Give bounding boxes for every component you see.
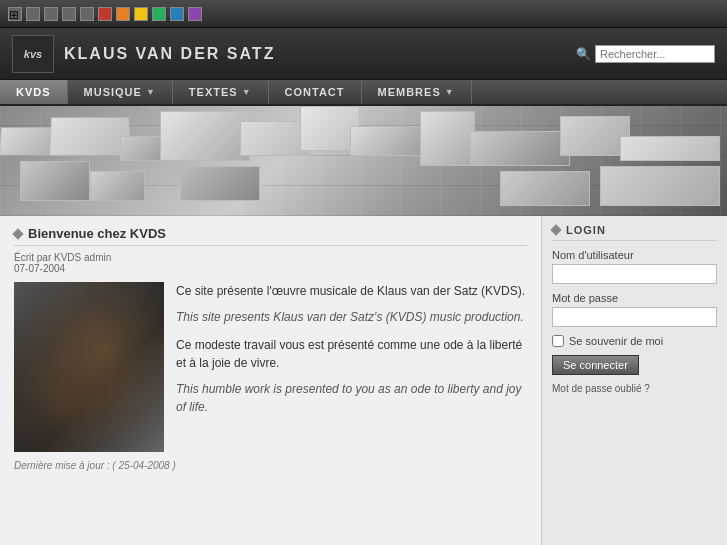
login-section-header: LOGIN: [552, 224, 717, 241]
hero-block: [500, 171, 590, 206]
hero-block: [180, 166, 260, 201]
remember-me-checkbox[interactable]: [552, 335, 564, 347]
hero-block: [90, 171, 145, 201]
forgot-password-link[interactable]: Mot de passe oublié ?: [552, 383, 650, 394]
search-icon: 🔍: [576, 47, 591, 61]
hero-block: [600, 166, 720, 206]
article-meta: Écrit par KVDS admin 07-07-2004: [14, 252, 527, 274]
remember-me-label: Se souvenir de moi: [569, 335, 663, 347]
hero-image: [0, 106, 727, 216]
header: kvs Klaus Van Der Satz 🔍: [0, 28, 727, 80]
content-header: Bienvenue chez KVDS: [14, 226, 527, 246]
nav-label-contact: CONTACT: [285, 86, 345, 98]
nav-item-kvds[interactable]: KVDS: [0, 80, 68, 104]
hero-block: [20, 161, 90, 201]
password-input[interactable]: [552, 307, 717, 327]
remember-me-row: Se souvenir de moi: [552, 335, 717, 347]
article-author: Écrit par KVDS admin: [14, 252, 111, 263]
nav-item-contact[interactable]: CONTACT: [269, 80, 362, 104]
nav-label-musique: MUSIQUE: [84, 86, 142, 98]
main-navigation: KVDS MUSIQUE ▼ TEXTES ▼ CONTACT MEMBRES …: [0, 80, 727, 106]
color-yellow-icon[interactable]: [134, 7, 148, 21]
top-bar-icons: ⊞: [8, 7, 202, 21]
nav-item-textes[interactable]: TEXTES ▼: [173, 80, 269, 104]
color-red-icon[interactable]: [98, 7, 112, 21]
search-area: 🔍: [576, 45, 715, 63]
maximize-icon[interactable]: [80, 7, 94, 21]
article-body: Ce site présente l'œuvre musicale de Kla…: [14, 282, 527, 452]
expand-icon[interactable]: [26, 7, 40, 21]
article-thumbnail: [14, 282, 164, 452]
color-purple-icon[interactable]: [188, 7, 202, 21]
paragraph1-english: This site presents Klaus van der Satz's …: [176, 310, 524, 324]
diamond-icon: [12, 228, 23, 239]
nav-label-membres: MEMBRES: [378, 86, 441, 98]
color-orange-icon[interactable]: [116, 7, 130, 21]
chevron-down-icon: ▼: [445, 87, 455, 97]
content-area: Bienvenue chez KVDS Écrit par KVDS admin…: [0, 216, 542, 545]
login-diamond-icon: [550, 224, 561, 235]
nav-item-membres[interactable]: MEMBRES ▼: [362, 80, 472, 104]
article-date: 07-07-2004: [14, 263, 65, 274]
color-green-icon[interactable]: [152, 7, 166, 21]
nav-item-musique[interactable]: MUSIQUE ▼: [68, 80, 173, 104]
minimize-icon[interactable]: [62, 7, 76, 21]
grid-icon[interactable]: ⊞: [8, 7, 22, 21]
login-button[interactable]: Se connecter: [552, 355, 639, 375]
paragraph1-french: Ce site présente l'œuvre musicale de Kla…: [176, 284, 525, 298]
paragraph2-french: Ce modeste travail vous est présenté com…: [176, 338, 522, 370]
logo-box: kvs: [12, 35, 54, 73]
password-label: Mot de passe: [552, 292, 717, 304]
nav-label-kvds: KVDS: [16, 86, 51, 98]
logo-area: kvs Klaus Van Der Satz: [12, 35, 275, 73]
color-blue-icon[interactable]: [170, 7, 184, 21]
article-footer: Dernière mise à jour : ( 25-04-2008 ): [14, 460, 527, 471]
article-text-content: Ce site présente l'œuvre musicale de Kla…: [176, 282, 527, 452]
hero-block: [620, 136, 720, 161]
hero-block: [350, 126, 430, 156]
login-title: LOGIN: [566, 224, 606, 236]
hero-block: [160, 111, 250, 161]
hero-block: [470, 131, 570, 166]
chevron-down-icon: ▼: [242, 87, 252, 97]
sidebar: LOGIN Nom d'utilisateur Mot de passe Se …: [542, 216, 727, 545]
search-input[interactable]: [595, 45, 715, 63]
logo-text: kvs: [24, 48, 42, 60]
hero-block: [420, 111, 475, 166]
site-title: Klaus Van Der Satz: [64, 45, 275, 63]
nav-label-textes: TEXTES: [189, 86, 238, 98]
hero-block: [49, 117, 131, 156]
window-icon[interactable]: [44, 7, 58, 21]
username-label: Nom d'utilisateur: [552, 249, 717, 261]
username-input[interactable]: [552, 264, 717, 284]
paragraph2-english: This humble work is presented to you as …: [176, 382, 522, 414]
chevron-down-icon: ▼: [146, 87, 156, 97]
top-bar: ⊞: [0, 0, 727, 28]
main-area: Bienvenue chez KVDS Écrit par KVDS admin…: [0, 216, 727, 545]
image-overlay: [14, 282, 164, 452]
article-title: Bienvenue chez KVDS: [28, 226, 166, 241]
